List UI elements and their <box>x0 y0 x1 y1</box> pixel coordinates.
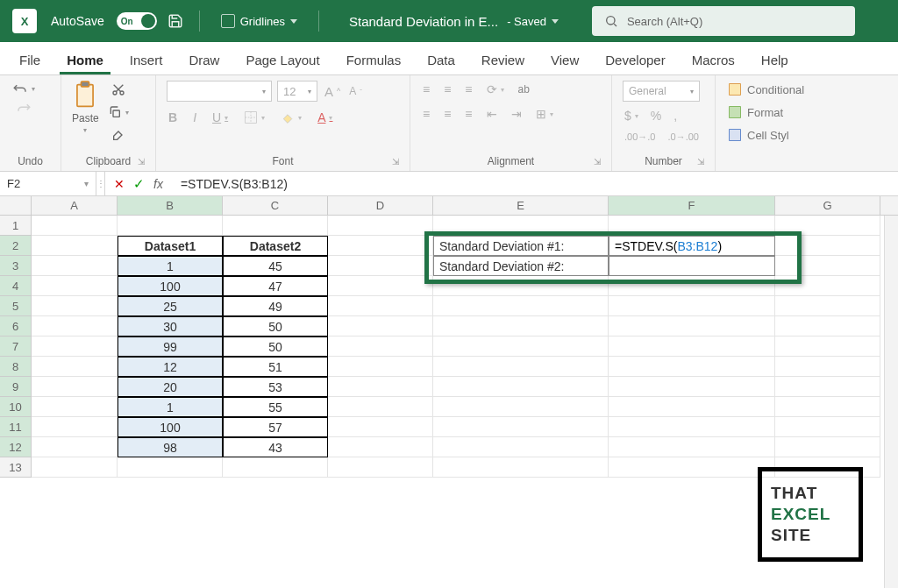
cell[interactable] <box>433 357 609 377</box>
cell[interactable] <box>118 216 223 236</box>
cell-label-sd2[interactable]: Standard Deviation #2: <box>433 256 609 276</box>
cell[interactable] <box>328 437 433 457</box>
cell[interactable] <box>32 457 118 478</box>
align-center-button[interactable]: ≡ <box>442 105 453 123</box>
cell[interactable] <box>32 316 118 337</box>
launcher-icon[interactable]: ⇲ <box>392 157 399 166</box>
cell[interactable] <box>433 296 609 316</box>
row-header[interactable]: 4 <box>0 276 32 296</box>
cell[interactable]: 50 <box>223 337 328 357</box>
cell[interactable] <box>433 457 609 478</box>
fill-color-button[interactable]: ▾ <box>279 109 303 126</box>
align-right-button[interactable]: ≡ <box>463 105 474 123</box>
cut-button[interactable] <box>110 81 127 98</box>
cell[interactable] <box>32 337 118 357</box>
row-header[interactable]: 1 <box>0 216 32 236</box>
currency-button[interactable]: $ ▾ <box>623 107 640 124</box>
search-input[interactable]: Search (Alt+Q) <box>592 6 855 36</box>
cell[interactable] <box>609 276 775 296</box>
cell[interactable] <box>775 337 880 357</box>
number-format-dropdown[interactable]: General▾ <box>623 81 700 102</box>
tab-formulas[interactable]: Formulas <box>339 46 409 74</box>
increase-font-button[interactable]: A^ <box>323 82 342 101</box>
cell[interactable]: 49 <box>223 296 328 316</box>
cell[interactable]: 50 <box>223 316 328 337</box>
cell[interactable] <box>32 216 118 236</box>
cell[interactable]: 43 <box>223 437 328 457</box>
tab-developer[interactable]: Developer <box>598 46 672 74</box>
cell[interactable] <box>609 397 775 417</box>
cell[interactable] <box>609 417 775 437</box>
row-header[interactable]: 7 <box>0 337 32 357</box>
cell[interactable] <box>32 377 118 397</box>
cell[interactable]: 55 <box>223 397 328 417</box>
increase-decimal-button[interactable]: .00→.0 <box>623 130 657 144</box>
row-header[interactable]: 2 <box>0 236 32 256</box>
col-header-a[interactable]: A <box>32 196 118 215</box>
cell[interactable] <box>32 357 118 377</box>
cell[interactable] <box>328 357 433 377</box>
cell[interactable] <box>328 377 433 397</box>
cell[interactable] <box>32 417 118 437</box>
save-status[interactable]: - Saved <box>507 15 559 28</box>
cell[interactable] <box>32 256 118 276</box>
cell[interactable] <box>433 316 609 337</box>
cell[interactable] <box>775 276 880 296</box>
row-header[interactable]: 12 <box>0 437 32 457</box>
cell[interactable] <box>328 457 433 478</box>
formula-cancel-button[interactable]: ✕ <box>114 177 125 191</box>
cell[interactable] <box>609 337 775 357</box>
comma-button[interactable]: , <box>672 107 679 124</box>
cell[interactable]: 20 <box>118 377 223 397</box>
conditional-formatting-button[interactable]: Conditional <box>726 81 806 98</box>
italic-button[interactable]: I <box>191 109 198 126</box>
cell[interactable]: 45 <box>223 256 328 276</box>
vertical-scrollbar[interactable] <box>884 216 898 588</box>
col-header-d[interactable]: D <box>328 196 433 215</box>
cell[interactable] <box>775 437 880 457</box>
cell[interactable] <box>775 417 880 437</box>
cell-styles-button[interactable]: Cell Styl <box>726 126 791 144</box>
cell[interactable] <box>433 417 609 437</box>
merge-button[interactable]: ⊞▾ <box>534 105 555 123</box>
cell[interactable] <box>775 316 880 337</box>
align-left-button[interactable]: ≡ <box>421 105 431 123</box>
cell[interactable]: 100 <box>118 417 223 437</box>
cell[interactable] <box>328 236 433 256</box>
save-icon[interactable] <box>166 11 185 31</box>
tab-view[interactable]: View <box>544 46 586 74</box>
cell[interactable] <box>775 216 880 236</box>
cell[interactable] <box>775 236 880 256</box>
cell[interactable] <box>118 457 223 478</box>
undo-button[interactable]: ▾ <box>11 81 37 96</box>
decrease-font-button[interactable]: Aˇ <box>347 83 364 99</box>
format-as-table-button[interactable]: Format <box>726 103 785 121</box>
cell[interactable] <box>328 296 433 316</box>
col-header-f[interactable]: F <box>609 196 775 215</box>
cell[interactable] <box>328 337 433 357</box>
cell[interactable] <box>775 357 880 377</box>
formula-input[interactable]: =STDEV.S(B3:B12) <box>172 177 898 191</box>
font-size-dropdown[interactable]: 12▾ <box>277 81 317 102</box>
font-color-button[interactable]: A ▾ <box>316 109 334 126</box>
cell[interactable] <box>609 296 775 316</box>
cell[interactable]: 47 <box>223 276 328 296</box>
col-header-e[interactable]: E <box>433 196 609 215</box>
cell[interactable] <box>433 397 609 417</box>
launcher-icon[interactable]: ⇲ <box>697 157 704 166</box>
cell[interactable] <box>433 377 609 397</box>
cell-label-sd1[interactable]: Standard Deviation #1: <box>433 236 609 256</box>
row-header[interactable]: 6 <box>0 316 32 337</box>
cell[interactable] <box>775 296 880 316</box>
cell[interactable] <box>609 377 775 397</box>
underline-button[interactable]: U ▾ <box>210 109 230 126</box>
cell[interactable] <box>32 397 118 417</box>
percent-button[interactable]: % <box>649 107 663 124</box>
tab-macros[interactable]: Macros <box>685 46 742 74</box>
cell[interactable]: 30 <box>118 316 223 337</box>
decrease-decimal-button[interactable]: .0→.00 <box>666 130 700 144</box>
cell[interactable] <box>32 296 118 316</box>
cell[interactable] <box>223 457 328 478</box>
row-header[interactable]: 8 <box>0 357 32 377</box>
gridlines-toggle[interactable]: Gridlines <box>214 12 304 30</box>
